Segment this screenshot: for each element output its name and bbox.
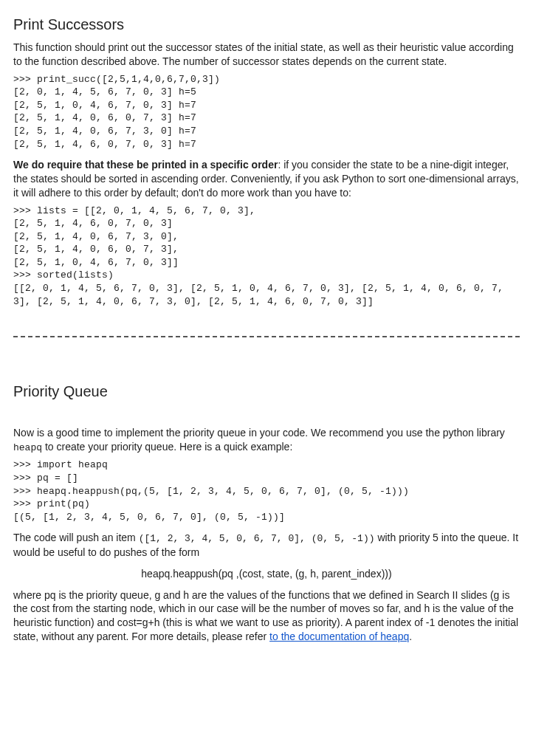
push-item-inline-code: ([1, 2, 3, 4, 5, 0, 6, 7, 0], (0, 5, -1)… (139, 533, 375, 544)
pq-after-pre: The code will push an item (13, 532, 139, 543)
pq-intro-pre: Now is a good time to implement the prio… (13, 427, 505, 439)
pq-intro-paragraph: Now is a good time to implement the prio… (13, 426, 520, 454)
heapq-doc-link[interactable]: to the documentation of heapq (269, 630, 409, 642)
pq-explain-paragraph: where pq is the priority queue, g and h … (13, 588, 520, 645)
pq-explain-post: . (409, 630, 412, 642)
code-block-print-succ: >>> print_succ([2,5,1,4,0,6,7,0,3]) [2, … (13, 73, 520, 151)
order-requirement-bold: We do require that these be printed in a… (13, 159, 278, 171)
pq-after-paragraph: The code will push an item ([1, 2, 3, 4,… (13, 531, 520, 559)
section-heading-print-successors: Print Successors (13, 15, 520, 35)
section-heading-priority-queue: Priority Queue (13, 382, 520, 402)
intro-paragraph: This function should print out the succe… (13, 41, 520, 69)
order-paragraph: We do require that these be printed in a… (13, 158, 520, 200)
code-block-heapq: >>> import heapq >>> pq = [] >>> heapq.h… (13, 458, 520, 523)
pq-explain-pre: where pq is the priority queue, g and h … (13, 589, 518, 643)
code-block-sorted: >>> lists = [[2, 0, 1, 4, 5, 6, 7, 0, 3]… (13, 205, 520, 308)
pushform-line: heapq.heappush(pq ,(cost, state, (g, h, … (13, 567, 520, 581)
pq-intro-post: to create your priority queue. Here is a… (42, 441, 292, 453)
section-divider (13, 336, 520, 337)
pushform-text: heapq.heappush(pq ,(cost, state, (g, h, … (141, 568, 391, 580)
heapq-inline-code: heapq (13, 442, 42, 453)
